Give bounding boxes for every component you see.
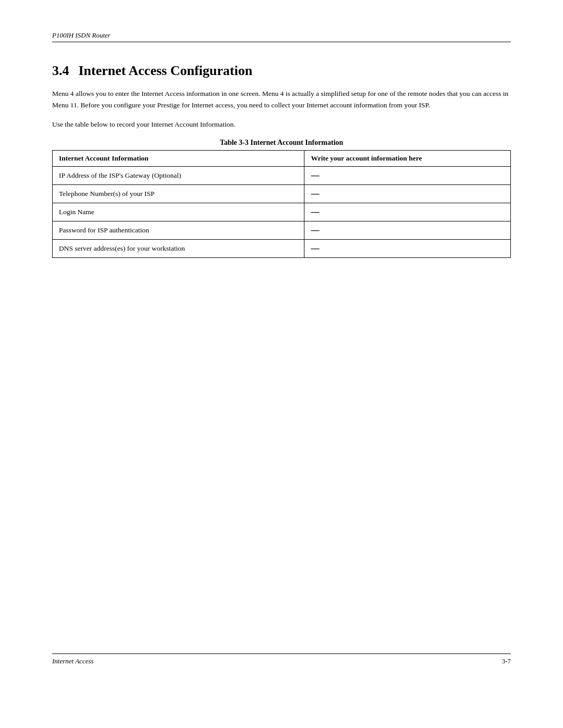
section-number: 3.4: [52, 63, 69, 78]
col-header-write: Write your account information here: [304, 150, 511, 166]
page-header: P100IH ISDN Router: [52, 31, 511, 42]
table-cell-value: —: [304, 166, 511, 184]
table-cell-value: —: [304, 239, 511, 257]
footer-right: 3-7: [502, 657, 511, 665]
table-caption: Table 3-3 Internet Account Information: [52, 139, 511, 147]
table-cell-info: DNS server address(es) for your workstat…: [53, 239, 304, 257]
intro-sentence: Use the table below to record your Inter…: [52, 119, 511, 130]
section-heading: 3.4Internet Access Configuration: [52, 63, 511, 79]
table-cell-value: —: [304, 203, 511, 221]
table-cell-info: Login Name: [53, 203, 304, 221]
section-title: Internet Access Configuration: [79, 63, 253, 78]
col-header-info: Internet Account Information: [53, 150, 304, 166]
internet-account-table: Internet Account Information Write your …: [52, 150, 511, 258]
footer-left: Internet Access: [52, 657, 94, 665]
table-cell-value: —: [304, 221, 511, 239]
table-row: Login Name—: [53, 203, 511, 221]
table-cell-value: —: [304, 184, 511, 203]
table-cell-info: IP Address of the ISP's Gateway (Optiona…: [53, 166, 304, 184]
table-row: Telephone Number(s) of your ISP—: [53, 184, 511, 203]
table-row: DNS server address(es) for your workstat…: [53, 239, 511, 257]
table-cell-info: Password for ISP authentication: [53, 221, 304, 239]
body-paragraph: Menu 4 allows you to enter the Internet …: [52, 88, 511, 110]
table-cell-info: Telephone Number(s) of your ISP: [53, 184, 304, 203]
page-container: P100IH ISDN Router 3.4Internet Access Co…: [0, 0, 563, 728]
header-title: P100IH ISDN Router: [52, 31, 111, 40]
table-row: IP Address of the ISP's Gateway (Optiona…: [53, 166, 511, 184]
page-footer: Internet Access 3-7: [52, 653, 511, 665]
table-row: Password for ISP authentication—: [53, 221, 511, 239]
table-header-row: Internet Account Information Write your …: [53, 150, 511, 166]
